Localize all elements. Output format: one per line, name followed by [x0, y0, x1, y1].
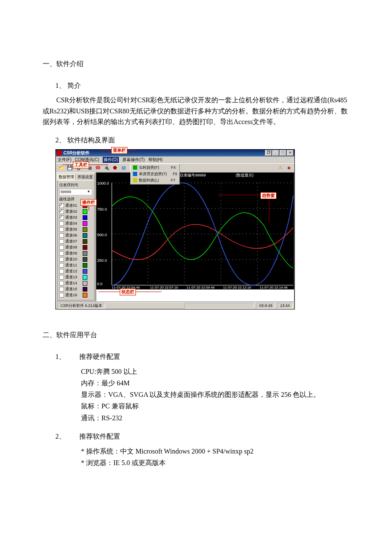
- channel-checkbox[interactable]: [59, 287, 64, 292]
- sidebar: 数据管理 界面设置 仪表序列号 99999 ▼ 曲线选择 通道01通道02通道0…: [56, 172, 96, 302]
- channel-checkbox[interactable]: [59, 257, 64, 262]
- serial-label: 仪表序列号: [59, 182, 92, 188]
- app-icon: [57, 150, 62, 156]
- channel-color-swatch: [83, 209, 87, 214]
- channel-label: 通道16: [65, 292, 81, 298]
- channel-checkbox[interactable]: [59, 239, 64, 244]
- status-time: 13:44: [277, 303, 293, 309]
- section-2-2-title: 2、 推荐软件配置: [55, 432, 349, 441]
- channel-checkbox[interactable]: [59, 263, 64, 268]
- tool-warn-icon[interactable]: ⚠: [277, 164, 284, 172]
- channel-color-swatch: [83, 245, 87, 250]
- dd-realtime-trend[interactable]: 实时趋势(F) F4: [131, 165, 179, 171]
- channel-label: 通道02: [65, 209, 81, 214]
- tool-stop-icon[interactable]: ⬣: [111, 164, 119, 172]
- section-1-1-body: CSR分析软件是我公司针对CSR彩色无纸记录仪开发的一套上位机分析软件，通过远程…: [43, 95, 349, 127]
- channel-label: 通道12: [65, 269, 81, 274]
- channel-row[interactable]: 通道08: [59, 245, 92, 250]
- svg-text:11-07-20 22:07:16: 11-07-20 22:07:16: [150, 286, 178, 289]
- maximize-button[interactable]: □: [280, 150, 286, 156]
- channel-color-swatch: [83, 263, 87, 268]
- channel-label: 通道06: [65, 233, 81, 238]
- channel-row[interactable]: 通道11: [59, 263, 92, 268]
- channel-checkbox[interactable]: [59, 227, 64, 232]
- channel-label: 通道08: [65, 245, 81, 250]
- hw-mem: 内存：最少 64M: [81, 377, 349, 389]
- channel-row[interactable]: 通道07: [59, 239, 92, 244]
- menu-file[interactable]: 文件(F): [58, 157, 72, 163]
- channel-label: 通道14: [65, 280, 81, 286]
- channel-row[interactable]: 通道15: [59, 286, 92, 292]
- channel-row[interactable]: 通道13: [59, 275, 92, 280]
- tool-open-icon[interactable]: 📂: [58, 164, 65, 172]
- callout-trend-win: 趋势窗: [260, 192, 277, 199]
- channel-label: 通道07: [65, 239, 81, 244]
- status-date: 03-9-26: [256, 303, 275, 309]
- tool-usb-icon[interactable]: 🔌: [103, 164, 110, 172]
- channel-checkbox[interactable]: [59, 275, 64, 280]
- svg-text:11-07-20 22:14:46: 11-07-20 22:14:46: [259, 286, 288, 289]
- minimize-button[interactable]: _: [272, 150, 279, 156]
- channel-checkbox[interactable]: [59, 209, 64, 214]
- channel-label: 通道11: [65, 263, 81, 268]
- dd-data-list[interactable]: 数据列表(L) F7: [131, 177, 179, 184]
- tool-grid-icon[interactable]: ▤: [120, 164, 127, 172]
- channel-color-swatch: [83, 269, 87, 274]
- channel-label: 通道09: [65, 251, 81, 256]
- channel-row[interactable]: 通道10: [59, 257, 92, 262]
- channel-row[interactable]: 通道09: [59, 251, 92, 256]
- channel-checkbox[interactable]: [59, 221, 64, 226]
- svg-text:1000.0: 1000.0: [97, 181, 109, 185]
- close-button[interactable]: ×: [287, 150, 294, 156]
- channel-color-swatch: [83, 233, 87, 238]
- channel-checkbox[interactable]: [59, 233, 64, 238]
- channel-row[interactable]: 通道03: [59, 215, 92, 220]
- channel-color-swatch: [83, 221, 87, 226]
- svg-text:250.0: 250.0: [97, 258, 107, 263]
- channel-checkbox[interactable]: [59, 281, 64, 286]
- channel-label: 通道15: [65, 286, 81, 292]
- restore-down-button[interactable]: ❐: [265, 150, 272, 156]
- tool-phone-icon[interactable]: ☎: [94, 164, 102, 172]
- channel-label: 通道05: [65, 227, 81, 232]
- chart-area: 仪表编号99999 (数值显示) 1000.0 750.0 500.0 250.…: [96, 172, 294, 302]
- channel-row[interactable]: 通道16: [59, 292, 92, 298]
- status-version: CSR分析软件 6.214版本: [58, 303, 105, 309]
- dd-history-trend[interactable]: 单屏历史趋势(T) F5: [131, 171, 179, 177]
- hw-mouse: 鼠标：PC 兼容鼠标: [81, 400, 349, 412]
- statusbar: CSR分析软件 6.214版本 03-9-26 13:44: [56, 302, 294, 309]
- chart-header-id: 仪表编号99999: [180, 173, 206, 178]
- menu-op[interactable]: 操作(D): [103, 157, 119, 163]
- channel-checkbox[interactable]: [59, 203, 64, 208]
- channel-label: 通道04: [65, 221, 81, 226]
- channel-checkbox[interactable]: [59, 293, 64, 298]
- section-1-title: 一、软件介绍: [43, 60, 349, 69]
- channel-checkbox[interactable]: [59, 269, 64, 274]
- channel-row[interactable]: 通道02: [59, 209, 92, 214]
- section-1-1-title: 1、 简介: [55, 81, 349, 90]
- serial-value: 99999: [61, 190, 71, 194]
- svg-text:11-07-20 22:09:46: 11-07-20 22:09:46: [187, 286, 215, 289]
- tab-ui-settings[interactable]: 界面设置: [76, 173, 95, 180]
- tool-help-icon[interactable]: ◈: [285, 164, 293, 172]
- channel-checkbox[interactable]: [59, 245, 64, 250]
- channel-checkbox[interactable]: [59, 251, 64, 256]
- app-window: 菜单栏 工具栏 操作栏 趋势窗 状态栏 CSR分析软件 ❐ _ □ × 文件(F…: [55, 149, 295, 309]
- channel-color-swatch: [83, 251, 87, 256]
- chart-green-icon: [133, 165, 137, 170]
- hw-disp: 显示器：VGA、SVGA 以及支持桌面操作系统的图形适配器，显示 256 色以上…: [81, 389, 349, 400]
- callout-toolbar: 工具栏: [73, 162, 89, 168]
- menu-screen[interactable]: 屏幕操作(T): [122, 157, 145, 163]
- chart-blue-icon: [133, 172, 137, 176]
- tab-data-manage[interactable]: 数据管理: [57, 173, 76, 180]
- channel-checkbox[interactable]: [59, 215, 64, 220]
- sw-ie: * 浏览器：IE 5.0 或更高版本: [81, 457, 349, 468]
- svg-text:11-07-20 22:12:16: 11-07-20 22:12:16: [223, 286, 251, 289]
- serial-combo[interactable]: 99999 ▼: [59, 189, 92, 195]
- channel-row[interactable]: 通道04: [59, 221, 92, 226]
- channel-row[interactable]: 通道14: [59, 280, 92, 286]
- channel-row[interactable]: 通道05: [59, 227, 92, 232]
- channel-row[interactable]: 通道12: [59, 269, 92, 274]
- menu-help[interactable]: 帮助(H): [148, 157, 163, 163]
- channel-row[interactable]: 通道06: [59, 233, 92, 238]
